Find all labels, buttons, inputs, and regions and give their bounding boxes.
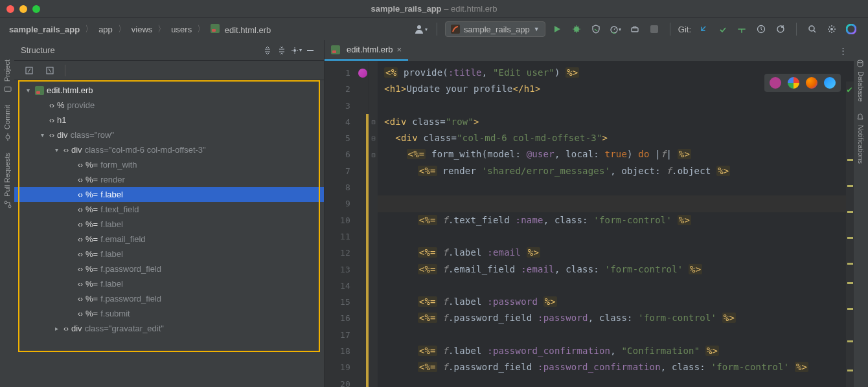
line-number[interactable]: 16 — [325, 310, 350, 326]
code-line[interactable] — [384, 98, 854, 114]
git-update-button[interactable] — [695, 21, 711, 37]
line-number[interactable]: 11 — [325, 228, 350, 245]
expand-arrow-icon[interactable]: ▾ — [38, 131, 47, 138]
fold-handle[interactable] — [369, 212, 378, 228]
fold-handle[interactable] — [369, 195, 378, 212]
line-number[interactable]: 19 — [325, 359, 350, 375]
expand-all-icon[interactable] — [260, 43, 275, 58]
more-icon[interactable]: ⋮ — [839, 46, 847, 56]
tree-node[interactable]: ‹› % provide — [14, 98, 324, 113]
tree-node[interactable]: ‹› %= f.label — [14, 276, 324, 291]
fold-bar[interactable]: ⊟⊟⊟ — [369, 61, 378, 387]
tree-node[interactable]: ‹› %= f.label — [14, 247, 324, 261]
git-history-button[interactable] — [753, 21, 769, 37]
code-line[interactable]: <div class="row"> — [384, 114, 854, 130]
line-number[interactable]: 18 — [325, 343, 350, 359]
warning-marker[interactable] — [847, 159, 853, 161]
breadcrumb[interactable]: edit.html.erb — [211, 24, 271, 35]
collapse-all-icon[interactable] — [275, 43, 289, 58]
code-line[interactable]: <%= f.label :password_confirmation, "Con… — [384, 343, 854, 359]
git-push-button[interactable] — [734, 21, 749, 37]
fold-handle[interactable]: ⊟ — [369, 114, 378, 130]
code-line[interactable]: <%= f.password_field :password, class: '… — [384, 310, 854, 326]
line-number[interactable]: 6 — [325, 146, 350, 162]
profiler-button[interactable]: ▾ — [608, 21, 623, 37]
tree-node[interactable]: ‹› %= f.password_field — [14, 291, 324, 306]
fold-handle[interactable] — [369, 327, 378, 343]
line-number[interactable]: 20 — [325, 376, 350, 387]
editor-tab[interactable]: edit.html.erb × — [325, 40, 408, 61]
expand-arrow-icon[interactable]: ▾ — [23, 87, 32, 94]
run-button[interactable] — [549, 21, 565, 37]
line-number-gutter[interactable]: 1234567891011121314151617181920 — [325, 61, 357, 387]
breadcrumb[interactable]: sample_rails_app — [9, 25, 80, 34]
code-line[interactable] — [384, 228, 854, 245]
fold-handle[interactable] — [369, 245, 378, 261]
line-number[interactable]: 14 — [325, 278, 350, 294]
fold-handle[interactable] — [369, 81, 378, 97]
warning-marker[interactable] — [847, 370, 853, 371]
line-number[interactable]: 5 — [325, 130, 350, 146]
tree-node[interactable]: ‹› %= f.label — [14, 217, 324, 232]
code-line[interactable]: <%= f.email_field :email, class: 'form-c… — [384, 261, 854, 278]
line-number[interactable]: 4 — [325, 114, 350, 130]
fold-handle[interactable] — [369, 343, 378, 359]
fold-handle[interactable] — [369, 65, 378, 81]
git-rollback-button[interactable] — [773, 21, 788, 37]
window-close-button[interactable] — [6, 5, 14, 13]
attach-button[interactable] — [627, 21, 643, 37]
code-line[interactable] — [384, 327, 854, 343]
line-number[interactable]: 3 — [325, 98, 350, 114]
fold-handle[interactable] — [369, 294, 378, 310]
search-everywhere-button[interactable] — [805, 21, 820, 37]
safari-icon[interactable] — [824, 77, 836, 89]
tree-node[interactable]: ‹› %= f.submit — [14, 306, 324, 321]
coverage-button[interactable] — [588, 21, 604, 37]
debug-button[interactable] — [569, 21, 584, 37]
tree-node[interactable]: ▸‹› div class="gravatar_edit" — [14, 321, 324, 336]
tree-node[interactable]: ‹› %= f.password_field — [14, 261, 324, 276]
code-line[interactable] — [384, 179, 854, 195]
line-number[interactable]: 1 — [325, 65, 350, 81]
warning-marker[interactable] — [847, 263, 853, 265]
fold-handle[interactable] — [369, 278, 378, 294]
expand-arrow-icon[interactable]: ▾ — [52, 146, 61, 153]
close-tab-icon[interactable]: × — [397, 45, 402, 54]
fold-handle[interactable] — [369, 98, 378, 114]
rubymine-icon[interactable] — [770, 77, 781, 89]
settings-button[interactable] — [824, 21, 839, 37]
structure-tree[interactable]: ▾ edit.html.erb‹› % provide‹› h1▾‹› div … — [14, 80, 324, 338]
tree-node[interactable]: ‹› h1 — [14, 113, 324, 127]
tree-node[interactable]: ‹› %= render — [14, 172, 324, 187]
code-line[interactable]: <%= f.label :email %> — [384, 245, 854, 261]
database-tool-button[interactable]: Database — [856, 60, 865, 102]
new-ui-icon[interactable] — [843, 21, 859, 37]
fold-handle[interactable] — [369, 228, 378, 245]
pull-requests-tool-button[interactable]: Pull Requests — [3, 153, 12, 208]
breadcrumb[interactable]: app — [98, 25, 113, 34]
tree-node[interactable]: ▾ edit.html.erb — [14, 83, 324, 98]
tree-node[interactable]: ‹› %= f.text_field — [14, 202, 324, 217]
panel-settings-icon[interactable]: ▾ — [289, 43, 303, 58]
tree-node[interactable]: ‹› %= f.label — [14, 187, 324, 202]
line-number[interactable]: 17 — [325, 327, 350, 343]
fold-handle[interactable] — [369, 310, 378, 326]
line-number[interactable]: 8 — [325, 179, 350, 195]
line-number[interactable]: 7 — [325, 163, 350, 179]
code-area[interactable]: <% provide(:title, "Edit user") %><h1>Up… — [378, 61, 854, 387]
code-line[interactable]: <%= f.password_field :password_confirmat… — [384, 359, 854, 375]
warning-marker[interactable] — [847, 340, 853, 342]
code-line[interactable] — [384, 376, 854, 387]
window-minimize-button[interactable] — [19, 5, 27, 13]
fold-handle[interactable] — [369, 376, 378, 387]
chrome-icon[interactable] — [788, 77, 799, 89]
tree-node[interactable]: ‹› %= form_with — [14, 157, 324, 172]
git-commit-button[interactable] — [714, 21, 730, 37]
code-line[interactable]: <%= f.text_field :name, class: 'form-con… — [384, 212, 854, 228]
fold-handle[interactable] — [369, 359, 378, 375]
warning-marker[interactable] — [847, 237, 853, 239]
breadcrumb[interactable]: users — [171, 25, 192, 34]
hide-panel-icon[interactable] — [303, 43, 317, 58]
notifications-tool-button[interactable]: Notifications — [856, 113, 865, 164]
error-stripe[interactable]: ✔ — [846, 82, 854, 387]
